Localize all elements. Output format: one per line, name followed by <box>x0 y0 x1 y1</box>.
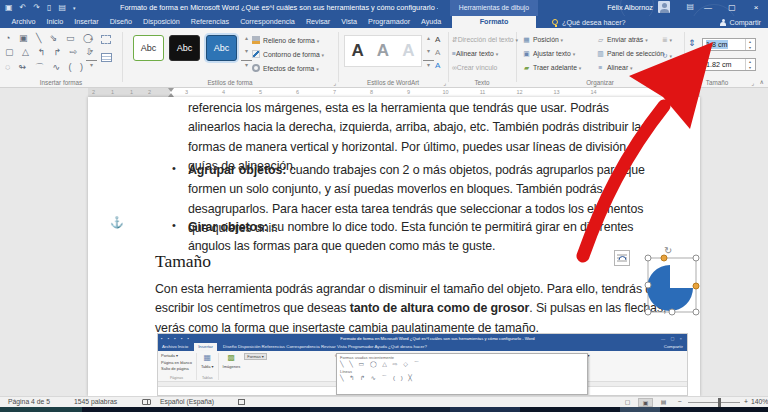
rotate-handle[interactable]: ↻ <box>664 246 672 256</box>
redo-icon[interactable]: ↷ <box>33 1 40 15</box>
height-spinner[interactable]: ▴▾ <box>745 39 754 50</box>
ribbon-tab[interactable]: Archivo <box>6 16 41 28</box>
gallery-up-icon[interactable]: ▴ <box>86 34 97 42</box>
zoom-slider[interactable] <box>688 402 740 403</box>
shape-style-1[interactable]: Abc <box>133 35 164 61</box>
wordart-down-icon[interactable]: ▾ <box>423 47 434 55</box>
wordart-style-1[interactable]: A <box>352 41 364 61</box>
styles-more-icon[interactable]: ▾ <box>241 60 252 69</box>
adjust-handle[interactable] <box>693 283 699 289</box>
dialog-launcher-icon[interactable]: ⌟ <box>333 79 336 86</box>
bullet-lead: Girar objetos: <box>188 220 268 234</box>
tab-formato-active[interactable]: Formato <box>452 16 536 28</box>
wordart-style-3[interactable]: A <box>402 41 414 61</box>
new-doc-icon[interactable]: ▯ <box>47 1 51 15</box>
traer-adelante-button[interactable]: ▰Traer adelante ▾ <box>522 64 581 72</box>
styles-down-icon[interactable]: ▾ <box>241 47 252 55</box>
ribbon-tab[interactable]: Programador <box>363 16 416 28</box>
account-area[interactable]: Félix Albornoz <box>607 1 670 13</box>
word-count[interactable]: 1545 palabras <box>74 397 117 407</box>
tell-me-box[interactable]: ¿Qué desea hacer? <box>552 16 626 28</box>
ribbon-tab[interactable]: Insertar <box>69 16 104 28</box>
wordart-style-2[interactable]: A <box>377 41 389 61</box>
crear-vinculo-button[interactable]: ∞Crear vínculo <box>452 64 497 71</box>
ribbon-tab[interactable]: Correspondencia <box>235 16 301 28</box>
shape-style-3-selected[interactable]: Abc <box>206 35 237 61</box>
ajustar-texto-button[interactable]: ▣Ajustar texto ▾ <box>522 50 575 58</box>
efectos-forma-button[interactable]: Efectos de forma ▾ <box>252 64 319 72</box>
panel-seleccion-button[interactable]: ▥Panel de selección <box>596 50 664 58</box>
ribbon-tab[interactable]: Disposición <box>138 16 186 28</box>
collapse-ribbon-icon[interactable]: ∧ <box>760 78 764 85</box>
quick-access-toolbar: ▣ ↶ ↷ ▯ ▤ ▾ <box>5 1 75 15</box>
qat-customize-icon[interactable]: ▾ <box>73 1 76 15</box>
styles-up-icon[interactable]: ▴ <box>241 34 252 42</box>
text-fill-icon[interactable]: A <box>435 35 440 44</box>
ribbon-tab[interactable]: Inicio <box>41 16 69 28</box>
share-button[interactable]: Compartir <box>720 16 761 28</box>
ribbon-tab[interactable]: Referencias <box>185 16 234 28</box>
ribbon-tab[interactable]: Ayuda <box>416 16 447 28</box>
ribbon-tab[interactable]: Revisar <box>300 16 335 28</box>
group-objects-icon[interactable]: ≣ ▾ <box>662 36 672 44</box>
zoom-level[interactable]: 140% <box>751 397 768 407</box>
direccion-texto-button[interactable]: ⇵Dirección del texto ▾ <box>452 36 518 44</box>
contextual-tab-group: Herramientas de dibujo <box>450 0 538 16</box>
relleno-forma-button[interactable]: Relleno de forma ▾ <box>252 36 319 44</box>
zoom-in-button[interactable]: + <box>744 397 748 407</box>
shape-height-input[interactable]: 1.8 cm ▴▾ <box>702 38 756 51</box>
shape-gallery-row3[interactable]: ◌ ↬ ⌒ ∿ ( ) <box>5 61 86 74</box>
width-spinner[interactable]: ▴▾ <box>745 59 754 70</box>
posicion-button[interactable]: ▦Posición ▾ <box>522 36 563 44</box>
ruler-number: 1 <box>94 88 131 97</box>
print-layout-icon[interactable]: ▣ <box>638 398 653 407</box>
gallery-more-icon[interactable]: ▾ <box>86 60 97 69</box>
ribbon-tab[interactable]: Diseño <box>104 16 137 28</box>
alinear-button[interactable]: ≡Alinear ▾ <box>596 64 633 71</box>
page-indicator[interactable]: Página 4 de 5 <box>8 397 50 407</box>
avatar[interactable] <box>658 1 670 13</box>
textbox-icon[interactable] <box>101 53 112 62</box>
text-outline-icon[interactable]: A <box>435 48 440 57</box>
zoom-out-button[interactable]: − <box>678 397 682 407</box>
ribbon-display-options-icon[interactable]: ▤ <box>686 2 694 11</box>
contorno-forma-button[interactable]: Contorno de forma ▾ <box>252 50 324 58</box>
undo-icon[interactable]: ↶ <box>20 1 27 15</box>
rotate-objects-icon[interactable]: ↻ ▾ <box>662 52 672 60</box>
wordart-gallery[interactable]: A A A <box>344 35 422 67</box>
minimize-button[interactable]: — <box>696 0 720 16</box>
shape-style-2[interactable]: Abc <box>169 35 200 61</box>
shape-gallery-row1[interactable]: ◔ ▣ ╲ ⇘ ▭ ◯ <box>5 33 96 43</box>
save-icon[interactable]: ▣ <box>5 1 13 15</box>
dialog-launcher-icon[interactable]: ⌟ <box>443 79 446 86</box>
dialog-launcher-icon[interactable]: ⌟ <box>751 79 754 86</box>
mini-window-title: Formato de forma en Microsoft Word ¿Qué … <box>248 334 627 343</box>
language-indicator[interactable]: Español (España) <box>160 397 214 407</box>
zoom-slider-thumb[interactable] <box>718 398 721 407</box>
print-preview-icon[interactable]: ▤ <box>58 1 66 15</box>
wordart-more-icon[interactable]: ▾ <box>423 60 434 69</box>
ribbon-tab[interactable]: Vista <box>336 16 363 28</box>
read-mode-icon[interactable]: ▢ <box>620 398 635 407</box>
web-layout-icon[interactable]: ▤ <box>656 398 671 407</box>
text-effects-icon[interactable]: A <box>435 61 440 70</box>
window-title: Formato de forma en Microsoft Word ¿Qué … <box>120 0 438 16</box>
layout-options-button[interactable] <box>614 250 630 266</box>
edit-shape-icon[interactable] <box>101 35 111 44</box>
adjust-handle[interactable] <box>661 255 667 261</box>
mini-share: Compartir <box>664 343 687 351</box>
gallery-down-icon[interactable]: ▾ <box>86 47 97 55</box>
maximize-button[interactable]: ▢ <box>720 0 744 16</box>
height-value: 1.8 cm <box>706 40 728 49</box>
close-button[interactable]: × <box>744 0 768 16</box>
alinear-texto-button[interactable]: ≡Alinear texto ▾ <box>452 50 498 57</box>
shape-width-input[interactable]: 1.82 cm ▴▾ <box>702 58 756 71</box>
selected-shape[interactable]: ↻ <box>640 246 712 318</box>
pie-shape[interactable] <box>647 265 693 311</box>
wordart-up-icon[interactable]: ▴ <box>423 34 434 42</box>
shape-gallery-row2[interactable]: ▢ △ ↰ ↱ ⇨ ⇩ <box>5 47 96 57</box>
enviar-atras-button[interactable]: ▱Enviar atrás ▾ <box>596 36 648 44</box>
proofing-icon[interactable] <box>142 399 151 405</box>
macro-recording-icon[interactable] <box>238 399 245 405</box>
document-area: 2 1 1234567891011121314 ⚓ referencia los… <box>0 88 768 396</box>
